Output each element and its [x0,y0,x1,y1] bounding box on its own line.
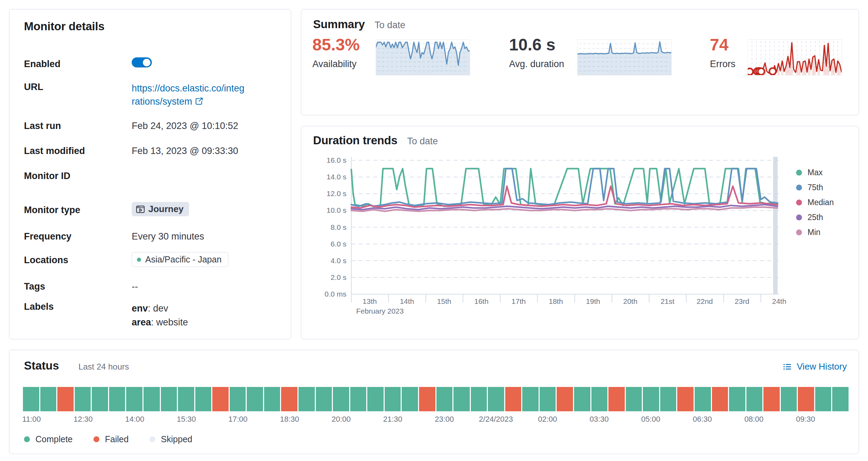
status-block-29-failed[interactable] [505,387,522,411]
y-axis-tick-label: 0.0 ms [325,290,346,298]
view-history-button[interactable]: View History [783,361,847,372]
status-block-26-complete[interactable] [453,387,470,411]
chart-current-time-bar [773,157,778,294]
last-modified-label: Last modified [24,146,85,156]
legend-item-25th[interactable]: 25th [796,210,834,225]
location-badge: Asia/Pacific - Japan [132,252,228,267]
status-block-48-complete[interactable] [832,387,849,411]
status-block-35-failed[interactable] [608,387,625,411]
label-area: area: website [132,315,271,329]
legend-item-max[interactable]: Max [796,165,834,180]
legend-label: Min [808,228,820,237]
tags-label: Tags [24,281,45,292]
status-block-46-failed[interactable] [798,387,814,411]
duration-trends-panel: Duration trends To date 16.0 s14.0 s12.0… [301,126,859,339]
status-block-24-failed[interactable] [419,387,435,411]
status-block-1-complete[interactable] [23,387,39,411]
status-block-23-complete[interactable] [402,387,418,411]
status-tick-label: 05:00 [641,415,660,424]
status-tick-label: 06:30 [693,415,712,424]
status-block-27-complete[interactable] [471,387,487,411]
status-block-37-complete[interactable] [643,387,659,411]
status-block-44-failed[interactable] [763,387,780,411]
legend-dot [796,170,802,176]
status-block-18-complete[interactable] [316,387,332,411]
legend-item-min[interactable]: Min [796,225,834,240]
status-block-39-failed[interactable] [677,387,694,411]
status-block-7-complete[interactable] [126,387,142,411]
status-block-6-complete[interactable] [109,387,125,411]
location-status-dot [137,258,141,262]
legend-item-75th[interactable]: 75th [796,180,834,195]
status-block-43-complete[interactable] [746,387,763,411]
status-tick-label: 02:00 [538,415,557,424]
status-block-13-complete[interactable] [230,387,246,411]
status-block-30-complete[interactable] [522,387,539,411]
legend-item-median[interactable]: Median [796,195,834,210]
status-block-8-complete[interactable] [144,387,160,411]
status-block-38-complete[interactable] [660,387,677,411]
status-block-17-complete[interactable] [298,387,315,411]
error-zero-marker [748,68,753,75]
x-axis-tick-label: 20th [623,297,637,305]
enabled-toggle[interactable] [132,57,152,67]
status-block-9-complete[interactable] [161,387,177,411]
status-tick-label: 15:30 [177,415,196,424]
y-axis-tick-label: 10.0 s [327,206,346,214]
status-block-4-complete[interactable] [75,387,91,411]
status-block-12-failed[interactable] [212,387,229,411]
last-modified-value: Feb 13, 2023 @ 09:33:30 [132,146,271,156]
status-block-22-complete[interactable] [385,387,401,411]
status-block-11-complete[interactable] [195,387,212,411]
status-block-45-complete[interactable] [781,387,797,411]
status-block-25-complete[interactable] [436,387,453,411]
status-block-42-complete[interactable] [729,387,745,411]
status-block-16-failed[interactable] [281,387,297,411]
status-block-28-complete[interactable] [488,387,504,411]
status-block-14-complete[interactable] [247,387,263,411]
x-axis-tick-label: 21st [661,297,674,305]
locations-label: Locations [24,255,68,266]
enabled-label: Enabled [24,59,60,70]
status-block-3-failed[interactable] [57,387,74,411]
status-block-19-complete[interactable] [333,387,349,411]
status-tick-label: 17:00 [228,415,247,424]
status-tick-label: 14:00 [125,415,144,424]
y-axis-tick-label: 16.0 s [327,156,346,164]
status-block-32-failed[interactable] [557,387,573,411]
legend-dot [796,200,802,205]
status-block-5-complete[interactable] [92,387,108,411]
status-block-41-failed[interactable] [712,387,728,411]
status-timeline [23,387,849,411]
synthetics-monitor-overview-page: Monitor details Enabled URL https://docs… [0,0,868,461]
status-block-20-complete[interactable] [350,387,367,411]
x-axis-tick-label: 14th [400,297,414,305]
labels-label: Labels [24,301,54,312]
error-zero-marker [758,68,764,75]
availability-sparkline [376,39,470,75]
status-tick-label: 08:00 [744,415,763,424]
monitor-type-label: Monitor type [24,205,80,216]
status-block-31-complete[interactable] [540,387,556,411]
status-tick-label: 2/24/2023 [479,415,513,424]
legend-dot [796,229,802,235]
frequency-label: Frequency [24,231,72,242]
status-block-15-complete[interactable] [264,387,280,411]
status-block-47-complete[interactable] [815,387,832,411]
monitor-url-link[interactable]: https://docs.elastic.co/integrations/sys… [132,83,244,107]
status-block-21-complete[interactable] [367,387,384,411]
status-block-10-complete[interactable] [178,387,194,411]
toggle-knob [143,59,150,66]
availability-label: Availability [312,59,357,70]
status-block-34-complete[interactable] [591,387,608,411]
status-legend-dot [149,436,155,442]
status-tick-label: 21:30 [383,415,402,424]
status-block-40-complete[interactable] [695,387,711,411]
last-run-value: Feb 24, 2023 @ 10:10:52 [132,121,271,131]
status-legend-item-skipped: Skipped [149,434,192,444]
status-timeline-ticks: 11:0012:3014:0015:3017:0018:3020:0021:30… [9,415,859,425]
status-block-33-complete[interactable] [574,387,590,411]
status-block-2-complete[interactable] [40,387,57,411]
status-block-36-complete[interactable] [626,387,642,411]
status-legend-label: Complete [35,434,73,444]
